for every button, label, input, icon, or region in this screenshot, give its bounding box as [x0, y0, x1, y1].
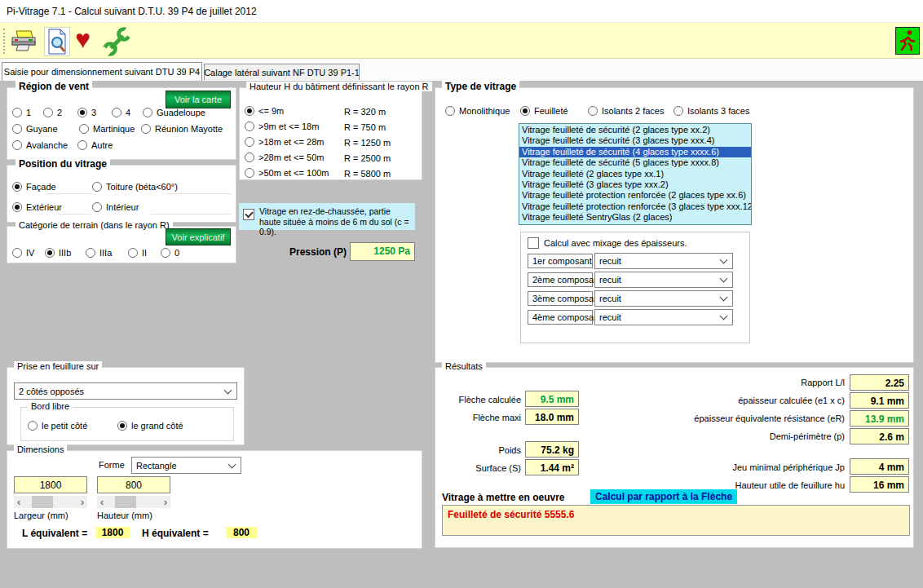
hauteur-scrollbar[interactable]: ‹ › — [97, 496, 170, 508]
radio-hauteur-18m[interactable]: >9m et <= 18m — [245, 122, 319, 131]
print-button[interactable] — [10, 29, 38, 53]
radio-circle — [86, 248, 95, 258]
select-value: recuit — [599, 256, 621, 266]
radio-grand-cote[interactable]: le grand côté — [117, 421, 183, 431]
radio-label: Guadeloupe — [157, 108, 205, 117]
composant-3-select[interactable]: recuit — [594, 290, 733, 307]
radio-terrain-iiib[interactable]: IIIb — [45, 248, 71, 258]
wrench-icon — [103, 27, 132, 56]
mixage-label: Calcul avec mixage des épaisseurs. — [544, 238, 687, 248]
list-item[interactable]: Vitrage feuilleté de sécurité (5 glaces … — [519, 157, 751, 168]
radio-terrain-ii[interactable]: II — [128, 248, 147, 258]
list-item[interactable]: Vitrage feuilleté protection renforcée (… — [519, 201, 751, 212]
radio-label: II — [142, 248, 147, 258]
radio-feuillete[interactable]: Feuilleté — [520, 106, 568, 116]
radio-region-martinique[interactable]: Martinique — [79, 124, 135, 134]
tab-saisie-dimensionnement[interactable]: Saisie pour dimensionnement suivant DTU … — [2, 62, 202, 81]
radio-interieur[interactable]: Intérieur — [92, 202, 139, 212]
hauteur-input[interactable]: 800 — [97, 476, 170, 493]
radio-circle — [445, 106, 455, 116]
demi-perimetre-label: Demi-périmètre (p) — [559, 431, 845, 441]
scroll-left-arrow-icon[interactable]: ‹ — [97, 496, 107, 508]
largeur-scrollbar[interactable]: ‹ › — [14, 496, 87, 508]
radio-circle — [245, 137, 254, 147]
radio-region-3[interactable]: 3 — [77, 108, 96, 117]
radio-hauteur-9m[interactable]: <= 9m — [245, 106, 284, 116]
h-equivalent-value: 800 — [226, 527, 257, 538]
radio-isolants-2-faces[interactable]: Isolants 2 faces — [588, 106, 664, 116]
scrollbar-thumb[interactable] — [115, 496, 136, 508]
radio-exterieur[interactable]: Extérieur — [12, 202, 62, 212]
select-value: recuit — [599, 312, 621, 322]
print-preview-button[interactable] — [44, 27, 70, 56]
radio-label: 0 — [174, 248, 179, 258]
forme-select[interactable]: Rectangle — [131, 457, 241, 474]
vitrage-oeuvre-label: Vitrage à mettre en oeuvre — [442, 492, 565, 503]
radio-label: Intérieur — [106, 202, 139, 212]
radio-region-guyane[interactable]: Guyane — [12, 124, 58, 134]
largeur-label: Largeur (mm) — [14, 511, 68, 520]
radio-region-2[interactable]: 2 — [43, 108, 62, 117]
forme-label: Forme — [99, 460, 125, 470]
radio-label: IIIa — [99, 248, 112, 258]
radio-terrain-0[interactable]: 0 — [161, 248, 179, 258]
radio-circle — [12, 140, 22, 150]
list-item[interactable]: Vitrage feuilleté de sécurité (3 glaces … — [519, 135, 751, 146]
composant-4-select[interactable]: recuit — [594, 309, 733, 325]
largeur-input[interactable]: 1800 — [14, 476, 87, 493]
groupbox-resultats: Résultats Flèche calculée 9.5 mm Flèche … — [435, 367, 914, 548]
radio-hauteur-100m[interactable]: >50m et <= 100m — [245, 168, 329, 178]
radio-region-avalanche[interactable]: Avalanche — [12, 140, 68, 150]
exit-button[interactable] — [895, 27, 920, 55]
radio-monolithique[interactable]: Monolithique — [445, 106, 510, 116]
radio-isolants-3-faces[interactable]: Isolants 3 faces — [673, 106, 749, 116]
l-equivalent-label: L équivalent = — [22, 528, 87, 539]
radio-petit-cote[interactable]: le petit côté — [28, 421, 87, 431]
radio-region-autre[interactable]: Autre — [77, 140, 113, 150]
list-item[interactable]: Vitrage feuilleté SentryGlas (2 glaces) — [519, 212, 751, 223]
toolbar-gripper[interactable] — [3, 29, 5, 54]
list-item[interactable]: Vitrage feuilleté protection renforcée (… — [519, 190, 751, 201]
h-equivalent-label: H équivalent = — [142, 528, 209, 539]
tab-calage-lateral[interactable]: Calage latéral suivant NF DTU 39 P1-1 — [204, 64, 360, 81]
groupbox-dimensions: Dimensions Forme Rectangle 1800 800 ‹ › … — [7, 450, 422, 549]
list-item[interactable]: Vitrage feuilleté de sécurité (2 glaces … — [519, 125, 751, 135]
settings-button[interactable] — [103, 27, 132, 56]
rdc-checkbox[interactable] — [243, 209, 254, 220]
scroll-left-arrow-icon[interactable]: ‹ — [14, 496, 24, 508]
radio-toiture[interactable]: Toiture (béta<60°) — [92, 182, 178, 192]
list-item[interactable]: Vitrage feuilleté (3 glaces type xxx.2) — [519, 179, 751, 190]
radio-region-1[interactable]: 1 — [12, 108, 31, 117]
radio-region-4[interactable]: 4 — [112, 108, 130, 117]
radio-circle — [117, 421, 127, 431]
voir-explicatif-button[interactable]: Voir explicatif — [166, 228, 231, 245]
radio-hauteur-28m[interactable]: >18m et <= 28m — [245, 137, 324, 147]
composant-2-select[interactable]: recuit — [594, 272, 733, 288]
voir-la-carte-button[interactable]: Voir la carte — [166, 91, 231, 108]
feuillure-select[interactable]: 2 côtés opposés — [14, 382, 237, 400]
print-preview-icon — [47, 29, 67, 55]
scrollbar-thumb[interactable] — [32, 496, 53, 508]
vitrage-listbox[interactable]: Vitrage feuilleté de sécurité (2 glaces … — [519, 123, 752, 225]
title-bar: Pi-Vitrage 7.1 - Calcul suivant D.T.U. 3… — [0, 0, 923, 22]
radio-region-reunion-mayotte[interactable]: Réunion Mayotte — [141, 124, 223, 134]
mixage-checkbox-row[interactable]: Calcul avec mixage des épaisseurs. — [528, 237, 687, 249]
radio-label: >28m et <= 50m — [258, 153, 324, 162]
radio-terrain-iv[interactable]: IV — [12, 248, 34, 258]
epaisseur-calculee-field: 9.1 mm — [850, 392, 909, 409]
scroll-right-arrow-icon[interactable]: › — [77, 496, 87, 508]
favorites-button[interactable]: ♥ — [75, 25, 91, 53]
app-window: Pi-Vitrage 7.1 - Calcul suivant D.T.U. 3… — [0, 0, 923, 588]
radio-hauteur-50m[interactable]: >28m et <= 50m — [245, 153, 324, 162]
list-item[interactable]: Vitrage feuilleté (2 glaces type xx.1) — [519, 169, 751, 179]
radio-terrain-iiia[interactable]: IIIa — [86, 248, 112, 258]
composant-1-select[interactable]: recuit — [594, 253, 733, 269]
radio-region-guadeloupe[interactable]: Guadeloupe — [143, 108, 205, 117]
list-item[interactable]: Vitrage feuilleté de sécurité (4 glaces … — [519, 147, 751, 157]
radio-facade[interactable]: Façade — [12, 182, 56, 192]
radio-label: Réunion Mayotte — [155, 124, 223, 134]
composants-panel: Calcul avec mixage des épaisseurs. 1er c… — [520, 232, 750, 343]
mixage-checkbox[interactable] — [528, 237, 539, 249]
button-label: Voir la carte — [174, 95, 222, 104]
scroll-right-arrow-icon[interactable]: › — [161, 496, 170, 508]
